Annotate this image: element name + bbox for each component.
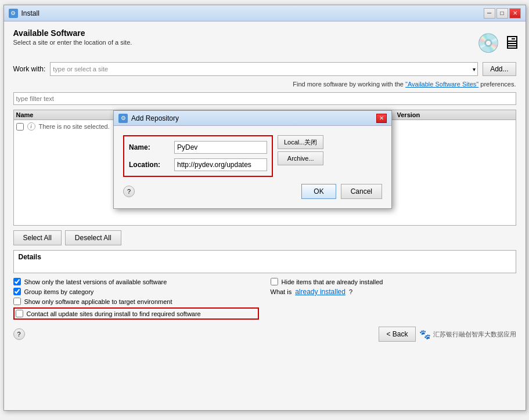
bottom-bar: ? < Back 🐾 汇苏银行融创智库大数据应用 bbox=[13, 324, 516, 344]
modal-close-button[interactable]: ✕ bbox=[376, 114, 387, 123]
ok-button[interactable]: OK bbox=[301, 184, 336, 199]
name-label: Name: bbox=[129, 143, 170, 151]
archive-button[interactable]: Archive... bbox=[278, 151, 323, 165]
modal-titlebar-left: ⚙ Add Repository bbox=[118, 114, 179, 123]
table-row: i There is no site selected. bbox=[16, 122, 110, 131]
window-icon: ⚙ bbox=[9, 9, 18, 18]
add-button[interactable]: Add... bbox=[483, 62, 516, 76]
row-checkbox[interactable] bbox=[16, 123, 24, 131]
location-input[interactable] bbox=[174, 158, 267, 171]
row-text: There is no site selected. bbox=[39, 123, 110, 130]
modal-help-icon[interactable]: ? bbox=[123, 186, 135, 197]
titlebar-title: Install bbox=[21, 9, 39, 17]
name-input[interactable] bbox=[174, 141, 267, 154]
modal-titlebar: ⚙ Add Repository ✕ bbox=[114, 111, 391, 126]
back-button[interactable]: < Back bbox=[379, 327, 415, 342]
monitor-icon: 🖥 bbox=[502, 32, 521, 54]
checkboxes-section: Show only the latest versions of availab… bbox=[13, 278, 516, 320]
close-button[interactable]: ✕ bbox=[509, 8, 521, 19]
available-software-sites-link[interactable]: "Available Software Sites" bbox=[405, 81, 478, 88]
select-all-button[interactable]: Select All bbox=[13, 230, 62, 245]
table-col-version: Version bbox=[397, 111, 513, 118]
site-select-wrapper: type or select a site ▾ bbox=[50, 62, 478, 76]
checkbox-latest-versions[interactable] bbox=[13, 278, 21, 285]
page-subtitle: Select a site or enter the location of a… bbox=[13, 39, 132, 46]
titlebar: ⚙ Install ─ □ ✕ bbox=[4, 5, 526, 21]
checkboxes-left: Show only the latest versions of availab… bbox=[13, 278, 259, 320]
header-icon-area: 💿 🖥 bbox=[481, 28, 516, 57]
info-row: Find more software by working with the "… bbox=[13, 81, 516, 88]
checkbox-contact-all[interactable] bbox=[16, 310, 23, 317]
local-button[interactable]: Local...关闭 bbox=[278, 135, 323, 149]
location-label: Location: bbox=[129, 161, 170, 169]
what-is-label: What is bbox=[271, 288, 292, 295]
header-section: Available Software Select a site or ente… bbox=[13, 28, 516, 57]
action-buttons: Select All Deselect All bbox=[13, 230, 516, 245]
monitor-cd-icon: 💿 🖥 bbox=[477, 32, 521, 54]
modal-dialog: ⚙ Add Repository ✕ Name: Location: bbox=[113, 110, 392, 209]
highlighted-checkbox-row: Contact all update sites during install … bbox=[13, 307, 259, 320]
checkbox-group-by-category-label: Group items by category bbox=[24, 288, 94, 295]
more-software-suffix: preferences. bbox=[480, 81, 516, 88]
header-text: Available Software Select a site or ente… bbox=[13, 28, 132, 46]
modal-title: Add Repository bbox=[131, 114, 179, 122]
maximize-button[interactable]: □ bbox=[496, 8, 508, 19]
titlebar-controls: ─ □ ✕ bbox=[484, 8, 521, 19]
checkbox-row-3: Show only software applicable to target … bbox=[13, 298, 259, 305]
question-icon: ? bbox=[17, 331, 20, 338]
page-title: Available Software bbox=[13, 28, 132, 38]
more-software-text: Find more software by working with the bbox=[293, 81, 405, 88]
help-icon[interactable]: ? bbox=[13, 328, 25, 340]
checkbox-contact-all-label: Contact all update sites during install … bbox=[27, 310, 201, 317]
modal-icon: ⚙ bbox=[118, 114, 128, 123]
work-with-label: Work with: bbox=[13, 65, 46, 73]
cancel-button[interactable]: Cancel bbox=[341, 184, 382, 199]
already-installed-link[interactable]: already installed bbox=[295, 288, 346, 296]
info-icon: i bbox=[27, 122, 35, 131]
repository-form: Name: Location: bbox=[123, 135, 273, 177]
location-row: Location: bbox=[129, 158, 267, 171]
checkbox-hide-installed-label: Hide items that are already installed bbox=[282, 278, 383, 285]
modal-bottom-section: ? OK Cancel bbox=[123, 184, 382, 199]
work-with-row: Work with: type or select a site ▾ Add..… bbox=[13, 62, 516, 76]
titlebar-left: ⚙ Install bbox=[9, 9, 39, 18]
checkbox-applicable-target[interactable] bbox=[13, 298, 21, 305]
modal-action-buttons: OK Cancel bbox=[301, 184, 382, 199]
details-section: Details bbox=[13, 250, 516, 273]
main-content: Available Software Select a site or ente… bbox=[4, 21, 526, 410]
checkbox-row-hide: Hide items that are already installed bbox=[271, 278, 516, 285]
modal-right-buttons: Local...关闭 Archive... bbox=[278, 135, 323, 165]
checkbox-applicable-target-label: Show only software applicable to target … bbox=[24, 298, 172, 305]
deselect-all-button[interactable]: Deselect All bbox=[65, 230, 121, 245]
checkbox-latest-versions-label: Show only the latest versions of availab… bbox=[24, 278, 167, 285]
question-mark: ? bbox=[349, 288, 352, 295]
nav-buttons: < Back 🐾 汇苏银行融创智库大数据应用 bbox=[379, 327, 516, 342]
checkboxes-right: Hide items that are already installed Wh… bbox=[271, 278, 516, 320]
cd-icon: 💿 bbox=[477, 32, 500, 54]
checkbox-row-already-installed: What is already installed ? bbox=[271, 288, 516, 296]
checkbox-row-2: Group items by category bbox=[13, 288, 259, 295]
checkbox-row-1: Show only the latest versions of availab… bbox=[13, 278, 259, 285]
modal-top-section: Name: Location: Local...关闭 Archive... bbox=[123, 135, 382, 177]
site-select[interactable]: type or select a site bbox=[50, 62, 478, 76]
name-row: Name: bbox=[129, 141, 267, 154]
checkbox-hide-installed[interactable] bbox=[271, 278, 278, 285]
modal-content: Name: Location: Local...关闭 Archive... bbox=[114, 126, 391, 208]
watermark-text: 🐾 汇苏银行融创智库大数据应用 bbox=[419, 329, 516, 340]
filter-input[interactable] bbox=[13, 92, 516, 105]
modal-question-icon: ? bbox=[127, 188, 131, 195]
details-label: Details bbox=[19, 253, 41, 261]
checkbox-group-by-category[interactable] bbox=[13, 288, 21, 295]
minimize-button[interactable]: ─ bbox=[484, 8, 495, 19]
